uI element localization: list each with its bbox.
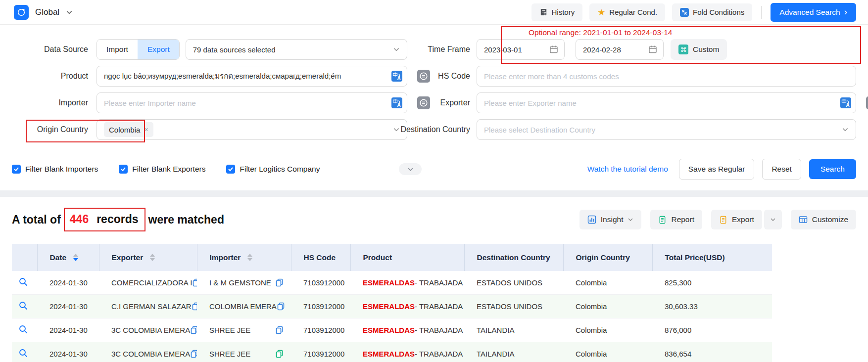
topbar-divider <box>761 6 762 19</box>
data-sources-select[interactable]: 79 data sources selected <box>186 39 407 60</box>
cell-hs-code: 7103912000 <box>291 295 350 318</box>
regular-cond-button[interactable]: ★ Regular Cond. <box>589 3 665 21</box>
row-detail-search-icon[interactable] <box>18 277 28 287</box>
row-detail-cell <box>12 342 37 362</box>
svg-text:A: A <box>846 102 850 108</box>
checkbox-label: Filter Logitics Company <box>240 165 320 174</box>
region-selector[interactable]: Global <box>14 5 73 20</box>
product-match-highlight: ESMERALDAS <box>363 350 415 358</box>
row-detail-search-icon[interactable] <box>18 324 28 334</box>
advanced-search-button[interactable]: Advanced Search › <box>771 3 856 22</box>
chevron-down-icon <box>393 126 400 133</box>
form-right-column: Time Frame 2023-03-01 2024-02-28 <box>400 25 868 143</box>
remove-tag-icon[interactable]: × <box>144 126 148 134</box>
search-form: Optional range: 2021-01-01 to 2024-03-14… <box>0 25 868 190</box>
cell-exporter: 3C COLOMBIA EMERA <box>99 318 197 342</box>
fold-conditions-label: Fold Conditions <box>693 8 744 16</box>
cell-date: 2024-01-30 <box>37 318 99 342</box>
destination-country-label: Destination Country <box>400 125 470 134</box>
search-button[interactable]: Search <box>809 159 856 179</box>
column-label: Origin Country <box>576 253 630 262</box>
filter-blank-exporters-checkbox[interactable]: Filter Blank Exporters <box>119 165 205 174</box>
importer-name: I & M GEMSTONE <box>209 278 271 287</box>
destination-country-select[interactable]: Please select Destination Country <box>477 119 856 140</box>
import-tab[interactable]: Import <box>97 40 138 59</box>
insight-button[interactable]: Insight <box>579 210 642 229</box>
column-label: HS Code <box>304 253 336 262</box>
product-rest: - TRABAJADA <box>415 326 463 334</box>
reset-button[interactable]: Reset <box>762 159 801 180</box>
column-header-product: Product <box>350 244 464 271</box>
collapse-filters-toggle[interactable] <box>399 163 422 175</box>
report-button[interactable]: Report <box>650 210 702 229</box>
copy-icon[interactable] <box>275 278 284 287</box>
history-button[interactable]: History <box>531 3 583 21</box>
column-header-total-price-usd-: Total Price(USD) <box>652 244 772 271</box>
summary-prefix: A total of <box>12 213 61 226</box>
sort-toggle-icon[interactable] <box>150 254 155 261</box>
fold-icon <box>680 8 689 17</box>
start-date-picker[interactable]: 2023-03-01 <box>477 39 565 60</box>
hs-code-input[interactable] <box>484 72 849 81</box>
copy-icon[interactable] <box>192 278 197 287</box>
save-as-regular-button[interactable]: Save as Regular <box>679 159 755 180</box>
copy-icon[interactable] <box>192 302 197 311</box>
destination-placeholder: Please select Destination Country <box>484 126 595 134</box>
sort-toggle-icon[interactable] <box>73 254 78 261</box>
sort-toggle-icon[interactable] <box>247 254 252 261</box>
column-header-importer[interactable]: Importer <box>197 244 291 271</box>
row-detail-search-icon[interactable] <box>18 348 28 358</box>
export-options-toggle[interactable] <box>764 210 782 229</box>
copy-icon[interactable] <box>275 326 284 334</box>
history-label: History <box>552 8 575 16</box>
row-detail-search-icon[interactable] <box>18 301 28 311</box>
product-rest: - TRABAJADA <box>415 302 463 311</box>
importer-input[interactable] <box>104 99 400 107</box>
tutorial-link[interactable]: Watch the tutorial demo <box>587 165 668 174</box>
column-header-date[interactable]: Date <box>37 244 99 271</box>
cell-destination-country: TAILANDIA <box>464 342 563 362</box>
section-divider <box>0 190 868 197</box>
product-match-highlight: ESMERALDAS <box>363 302 415 311</box>
copy-icon[interactable] <box>190 350 197 358</box>
fold-conditions-button[interactable]: Fold Conditions <box>672 3 752 21</box>
copy-icon[interactable] <box>275 350 284 358</box>
origin-country-select[interactable]: Colombia × <box>96 119 407 140</box>
time-frame-label: Time Frame <box>400 45 470 54</box>
exporter-input[interactable] <box>484 99 849 107</box>
product-input[interactable] <box>104 72 400 81</box>
star-icon: ★ <box>597 8 605 17</box>
customize-button[interactable]: Customize <box>791 210 856 229</box>
copy-icon[interactable] <box>277 302 285 311</box>
export-tab[interactable]: Export <box>138 40 179 59</box>
table-row: 2024-01-303C COLOMBIA EMERASHREE JEE7103… <box>12 342 772 362</box>
dedupe-icon[interactable] <box>866 96 868 109</box>
end-date-picker[interactable]: 2024-02-28 <box>576 39 664 60</box>
column-header-hs-code: HS Code <box>291 244 350 271</box>
copy-icon[interactable] <box>190 326 197 334</box>
cell-importer: COLOMBIA EMERA <box>197 295 291 318</box>
cell-destination-country: ESTADOS UNIDOS <box>464 295 563 318</box>
filter-logistics-company-checkbox[interactable]: Filter Logitics Company <box>226 165 320 174</box>
form-left-column: Data Source Import Export 79 data source… <box>0 25 435 143</box>
cell-hs-code: 7103912000 <box>291 318 350 342</box>
insight-label: Insight <box>601 215 624 224</box>
export-button[interactable]: Export <box>711 210 762 229</box>
cell-importer: I & M GEMSTONE <box>197 271 291 295</box>
table-corner-cell <box>12 244 37 271</box>
custom-range-button[interactable]: ⌘ Custom <box>671 39 727 60</box>
column-label: Destination Country <box>477 253 550 262</box>
product-match-highlight: ESMERALDAS <box>363 278 415 287</box>
column-header-exporter[interactable]: Exporter <box>99 244 197 271</box>
customize-label: Customize <box>812 215 848 224</box>
product-rest: - TRABAJADA <box>415 350 463 358</box>
import-export-toggle: Import Export <box>96 39 180 60</box>
cell-hs-code: 7103912000 <box>291 342 350 362</box>
filter-blank-importers-checkbox[interactable]: Filter Blank Importers <box>12 165 98 174</box>
cell-total-price: 825,300 <box>652 271 772 295</box>
filter-options-row: Filter Blank Importers Filter Blank Expo… <box>12 159 856 179</box>
cell-origin-country: Colombia <box>563 342 652 362</box>
table-row: 2024-01-30COMERCIALIZADORA II & M GEMSTO… <box>12 271 772 295</box>
translate-icon[interactable]: A <box>840 97 851 108</box>
cell-date: 2024-01-30 <box>37 271 99 295</box>
